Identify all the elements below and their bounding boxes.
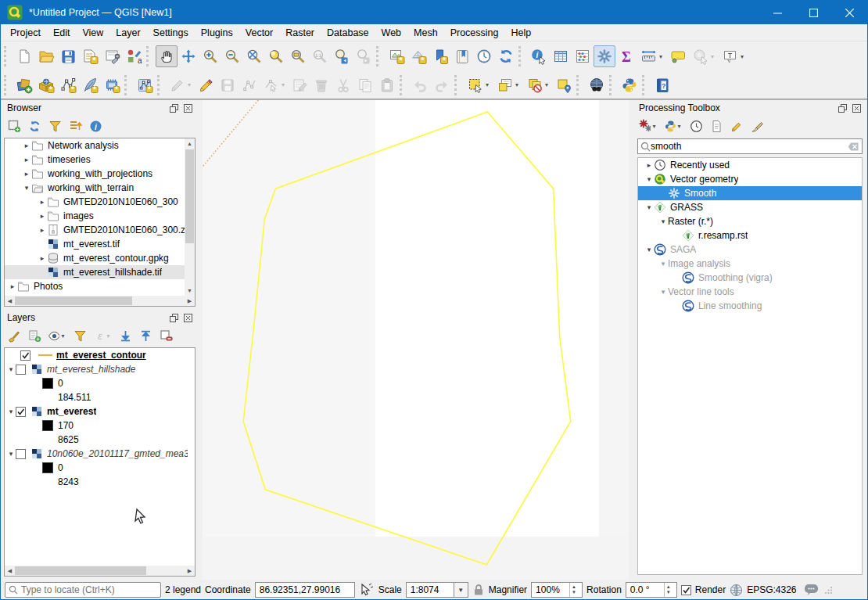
collapse-all-layers-button[interactable]: [138, 329, 152, 343]
show-layout-manager-button[interactable]: [101, 45, 123, 67]
coordinate-box[interactable]: [255, 582, 355, 598]
menu-raster[interactable]: Raster: [279, 24, 321, 41]
processing-options-button[interactable]: [750, 119, 764, 133]
open-attribute-table-button[interactable]: [550, 45, 572, 67]
browser-item-mt-everest-contour-gpkg[interactable]: ▸mt_everest_contour.gpkg: [5, 251, 185, 265]
expander-collapsed-icon[interactable]: ▸: [22, 167, 31, 181]
render-checkbox-group[interactable]: Render: [681, 584, 726, 595]
menu-project[interactable]: Project: [4, 24, 47, 41]
browser-item-working-with-projections[interactable]: ▸working_with_projections: [5, 167, 185, 181]
rotation-box[interactable]: ▲▼: [626, 582, 677, 598]
processing-item-recently-used[interactable]: ▸Recently used: [638, 158, 862, 172]
current-edits-button[interactable]: ▾: [167, 74, 195, 96]
layer-item-mt-everest[interactable]: ▾ mt_everest: [5, 404, 195, 419]
menu-layer[interactable]: Layer: [109, 24, 146, 41]
toolbar-grip[interactable]: [609, 75, 615, 95]
add-selected-layers-button[interactable]: [7, 119, 21, 133]
menu-web[interactable]: Web: [375, 24, 407, 41]
text-annotation-button[interactable]: T▾: [719, 45, 748, 67]
magnifier-input[interactable]: [536, 584, 566, 595]
remove-layer-button[interactable]: [159, 329, 173, 343]
menu-view[interactable]: View: [76, 24, 109, 41]
refresh-browser-button[interactable]: [27, 119, 41, 133]
menu-database[interactable]: Database: [321, 24, 375, 41]
layers-horizontal-scrollbar[interactable]: ◀ ▶: [5, 566, 195, 576]
scroll-down-arrow[interactable]: ▼: [185, 286, 195, 296]
scrollbar-thumb[interactable]: [15, 566, 146, 575]
magnifier-spinner[interactable]: ▲▼: [569, 583, 578, 597]
spin-up-arrow[interactable]: ▲: [572, 584, 576, 590]
browser-item-timeseries[interactable]: ▸timeseries: [5, 153, 185, 167]
select-features-button[interactable]: ▾: [464, 74, 493, 96]
history-button[interactable]: [689, 119, 703, 133]
menu-help[interactable]: Help: [504, 24, 537, 41]
expander-expanded-icon[interactable]: ▾: [6, 362, 16, 376]
themes-dropdown-arrow[interactable]: ▾: [59, 332, 66, 340]
vertex-tool-button[interactable]: ▾: [260, 74, 289, 96]
expander-collapsed-icon[interactable]: ▸: [22, 153, 31, 167]
layer-checkbox-checked[interactable]: [16, 407, 26, 417]
zoom-last-button[interactable]: [331, 45, 353, 67]
new-geopackage-layer-button[interactable]: *: [35, 74, 57, 96]
menu-settings[interactable]: Settings: [147, 24, 195, 41]
manage-map-themes-button[interactable]: ▾: [48, 329, 66, 343]
expander-expanded-icon[interactable]: ▾: [6, 404, 16, 419]
processing-search-box[interactable]: [637, 138, 863, 154]
menu-edit[interactable]: Edit: [47, 24, 77, 41]
processing-item-r-resamp-rst[interactable]: r.resamp.rst: [638, 228, 862, 243]
expander-expanded-icon[interactable]: ▾: [644, 200, 654, 214]
pan-to-selection-button[interactable]: [178, 45, 199, 67]
rotation-input[interactable]: [630, 584, 661, 595]
coordinate-input[interactable]: [260, 584, 350, 595]
processing-item-smooth[interactable]: Smooth: [638, 186, 862, 200]
new-memory-layer-button[interactable]: *: [101, 74, 123, 96]
new-map-view-button[interactable]: *: [386, 45, 407, 67]
select-form-dropdown-arrow[interactable]: ▾: [514, 81, 521, 88]
new-project-button[interactable]: [13, 45, 35, 67]
scroll-left-arrow[interactable]: ◀: [5, 566, 15, 576]
undo-button[interactable]: [409, 74, 431, 96]
show-spatial-bookmarks-button[interactable]: [451, 45, 473, 67]
toolbar-grip[interactable]: [642, 75, 648, 95]
add-group-button[interactable]: [27, 329, 41, 343]
toolbar-grip[interactable]: [4, 46, 10, 66]
expander-collapsed-icon[interactable]: ▸: [38, 223, 47, 237]
browser-item-mt-everest-hillshade-tif[interactable]: mt_everest_hillshade.tif: [5, 265, 185, 279]
spin-down-arrow[interactable]: ▼: [572, 590, 576, 595]
scale-dropdown-button[interactable]: ▼: [454, 582, 468, 598]
processing-item-vector-line-tools[interactable]: ▾Vector line tools: [638, 285, 862, 299]
show-statistics-button[interactable]: Σ: [615, 45, 637, 67]
python-scripts-button[interactable]: ▾: [664, 119, 683, 133]
browser-item-gmted-folder[interactable]: ▸GMTED2010N10E060_300: [5, 195, 185, 209]
new-shapefile-layer-button[interactable]: *: [57, 74, 79, 96]
scroll-right-arrow[interactable]: ▶: [185, 296, 195, 306]
digitize-button[interactable]: [239, 74, 260, 96]
expander-expanded-icon[interactable]: ▾: [6, 447, 16, 461]
save-layer-edits-button[interactable]: [217, 74, 239, 96]
processing-item-saga[interactable]: ▾SAGA: [638, 243, 862, 257]
resize-grip[interactable]: [825, 586, 833, 594]
expander-collapsed-icon[interactable]: ▸: [38, 209, 47, 223]
redo-button[interactable]: [431, 74, 453, 96]
browser-item-photos[interactable]: ▸Photos: [5, 279, 185, 293]
scale-combo[interactable]: ▼: [406, 582, 468, 598]
zoom-to-selection-button[interactable]: [265, 45, 287, 67]
identify-features-button[interactable]: i: [528, 45, 550, 67]
new-3d-map-view-button[interactable]: *: [407, 45, 429, 67]
python-console-button[interactable]: [619, 74, 640, 96]
zoom-in-button[interactable]: [199, 45, 221, 67]
toolbar-grip[interactable]: [454, 75, 461, 95]
lock-icon[interactable]: [472, 584, 485, 596]
browser-horizontal-scrollbar[interactable]: ◀ ▶: [5, 296, 195, 306]
processing-float-button[interactable]: [837, 102, 848, 113]
annotation-dropdown-arrow[interactable]: ▾: [739, 53, 746, 60]
zoom-out-button[interactable]: [221, 45, 243, 67]
results-viewer-button[interactable]: [709, 119, 723, 133]
open-project-button[interactable]: [35, 45, 57, 67]
expander-expanded-icon[interactable]: ▾: [658, 214, 668, 228]
deselect-dropdown-arrow[interactable]: ▾: [543, 81, 551, 88]
scroll-right-arrow[interactable]: ▶: [185, 566, 195, 576]
clear-search-icon[interactable]: [848, 142, 859, 152]
run-feature-action-button[interactable]: ▾: [689, 45, 719, 67]
scroll-up-arrow[interactable]: ▲: [185, 138, 195, 149]
